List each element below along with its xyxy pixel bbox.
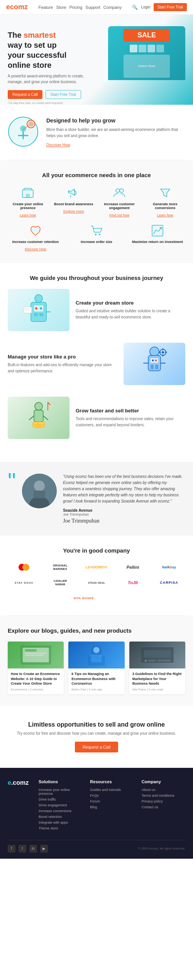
footer-solutions-item-3[interactable]: Drive engagement — [39, 803, 82, 807]
footer-solutions-item-6[interactable]: Integrate with apps — [39, 821, 82, 824]
footer-top: e.comz Solutions Increase your online pr… — [8, 779, 185, 832]
blog-meta-3: Mia Plane | 5 min read — [132, 688, 182, 691]
guide-description-3: Tools and recommendations to improve sal… — [76, 416, 185, 428]
youtube-icon[interactable]: ▶ — [40, 845, 48, 853]
footer-resources-item-4[interactable]: Blog — [90, 805, 134, 809]
guide-heading-3: Grow faster and sell better — [76, 408, 185, 414]
start-free-button[interactable]: Start Free Trial — [154, 3, 187, 11]
twitter-icon[interactable]: t — [19, 845, 26, 853]
nav-store[interactable]: Store — [56, 5, 66, 10]
feature-conversions: Generate more conversions Learn how — [145, 186, 186, 218]
footer-company-col: Company About us Terms and conditions Pr… — [142, 779, 185, 832]
people-icon — [112, 186, 126, 200]
svg-rect-69 — [157, 660, 171, 662]
footer-solutions-item-4[interactable]: Increase conversions — [39, 809, 82, 813]
logo-carpisa: CARPISA — [153, 577, 185, 588]
svg-rect-36 — [151, 365, 154, 369]
feature-link-2[interactable]: Explore more — [63, 209, 84, 213]
blog-content-2: 6 Tips on Managing an Ecommerce Business… — [68, 668, 124, 694]
footer-solutions-item-5[interactable]: Boost retention — [39, 815, 82, 819]
svg-point-12 — [120, 189, 124, 193]
svg-point-14 — [99, 234, 100, 235]
feature-link-3[interactable]: Find out how — [109, 213, 129, 217]
guide-heading-1: Create your dream store — [76, 300, 185, 306]
company-section: You're in good company ORIGINALMARINES L… — [0, 536, 193, 615]
request-call-button[interactable]: Request a Call — [8, 90, 42, 99]
svg-point-19 — [40, 307, 42, 310]
feature-title-7: Maximize return on investment — [130, 240, 185, 244]
facebook-icon[interactable]: f — [8, 845, 15, 853]
svg-point-29 — [150, 347, 159, 356]
guide-description-2: Built-in features and add-ons to efficie… — [8, 362, 117, 374]
ecommerce-section: All your ecommerce needs in one place Cr… — [0, 160, 193, 263]
footer-solutions-heading: Solutions — [39, 779, 82, 784]
guide-description-1: Guided and intuitive website builder sol… — [76, 308, 185, 320]
nav-feature[interactable]: Feature — [38, 5, 53, 10]
feature-link-1[interactable]: Learn how — [20, 213, 36, 217]
linkedin-icon[interactable]: in — [29, 845, 37, 853]
quote-icon: " — [8, 470, 16, 493]
search-icon[interactable]: 🔍 — [132, 5, 138, 10]
designed-description: More than a store builder, we are an awa… — [46, 127, 185, 139]
navbar-right: 🔍 Login Start Free Trial — [132, 3, 187, 11]
blog-img-keyboard — [129, 642, 185, 668]
footer-solutions-item-2[interactable]: Drive traffic — [39, 797, 82, 801]
blog-card-2[interactable]: 6 Tips on Managing an Ecommerce Business… — [68, 642, 124, 694]
logo-original-marines: ORIGINALMARINES — [44, 561, 76, 573]
blog-post-title-1: How to Create an Ecommerce Website: A 10… — [11, 672, 61, 686]
cta-request-button[interactable]: Request a Call — [75, 742, 118, 752]
blog-content-1: How to Create an Ecommerce Website: A 10… — [8, 668, 64, 694]
svg-rect-58 — [25, 649, 37, 652]
discover-link[interactable]: Discover How — [46, 143, 70, 147]
nav-company[interactable]: Company — [103, 5, 122, 10]
footer-solutions-item-7[interactable]: Theme store — [39, 826, 82, 830]
company-title: You're in good company — [8, 547, 185, 554]
feature-link-5[interactable]: Discover How — [25, 247, 46, 251]
blog-meta-1: Ecommerce | 3 minutes — [11, 688, 61, 691]
footer-resources-item-2[interactable]: FAQs — [90, 794, 134, 797]
person-avatar — [22, 474, 57, 508]
footer-company-item-3[interactable]: Privacy policy — [142, 799, 185, 803]
guide-title: We guide you throughout your business jo… — [8, 275, 185, 281]
designed-icon — [8, 116, 39, 148]
hero-note: *14 day free trial, no credit card requi… — [8, 101, 93, 105]
footer-company-item-2[interactable]: Terms and conditions — [142, 794, 185, 797]
feature-title-1: Create your online presence — [8, 202, 48, 210]
logo-leader-boy: LEADERBOY — [80, 561, 113, 573]
guide-text-1: Create your dream store Guided and intui… — [76, 300, 185, 320]
svg-text:$: $ — [37, 422, 39, 426]
nav-pricing[interactable]: Pricing — [69, 5, 83, 10]
footer-company-item-1[interactable]: About us — [142, 788, 185, 792]
feature-customer-engagement: Increase customer engagement Find out ho… — [99, 186, 140, 218]
svg-rect-31 — [151, 358, 158, 363]
blog-image-3 — [129, 642, 185, 668]
footer-social: f t in ▶ — [8, 845, 48, 853]
blog-card-3[interactable]: 3 Guidelines to Find the Right Marketpla… — [129, 642, 185, 694]
logo-mastercard — [8, 561, 40, 573]
start-trial-button[interactable]: Start Free Trial — [46, 90, 81, 99]
growth-icon — [8, 116, 39, 147]
footer-solutions-item-1[interactable]: Increase your online presence — [39, 788, 82, 796]
footer-resources-heading: Resources — [90, 779, 134, 784]
feature-link-4[interactable]: Learn how — [157, 213, 173, 217]
chart-icon — [151, 224, 164, 238]
features-grid-bottom: Increase customer retention Discover How… — [8, 224, 185, 251]
svg-rect-68 — [148, 660, 156, 662]
footer-resources-item-3[interactable]: Forum — [90, 799, 134, 803]
footer-company-item-4[interactable]: Contact us — [142, 805, 185, 809]
feature-online-presence: Create your online presence Learn how — [8, 186, 48, 218]
features-grid-top: Create your online presence Learn how Bo… — [8, 186, 185, 218]
blog-card-1[interactable]: How to Create an Ecommerce Website: A 10… — [8, 642, 64, 694]
logos-row-2: STAY DOUX CAVALIERNAWAB STEAK DEAL ToJIt… — [8, 577, 185, 588]
svg-rect-60 — [25, 655, 44, 656]
feature-order-size: Increase order size — [69, 224, 124, 251]
login-link[interactable]: Login — [141, 5, 150, 9]
blog-image-2 — [68, 642, 124, 668]
feature-title-3: Increase customer engagement — [99, 202, 140, 210]
logos-row-3: BON MONDE — [73, 592, 120, 604]
svg-point-53 — [34, 481, 45, 491]
nav-support[interactable]: Support — [85, 5, 100, 10]
logo: ecomz — [6, 3, 28, 11]
footer-resources-item-1[interactable]: Guides and tutorials — [90, 788, 134, 792]
svg-point-32 — [152, 360, 154, 362]
